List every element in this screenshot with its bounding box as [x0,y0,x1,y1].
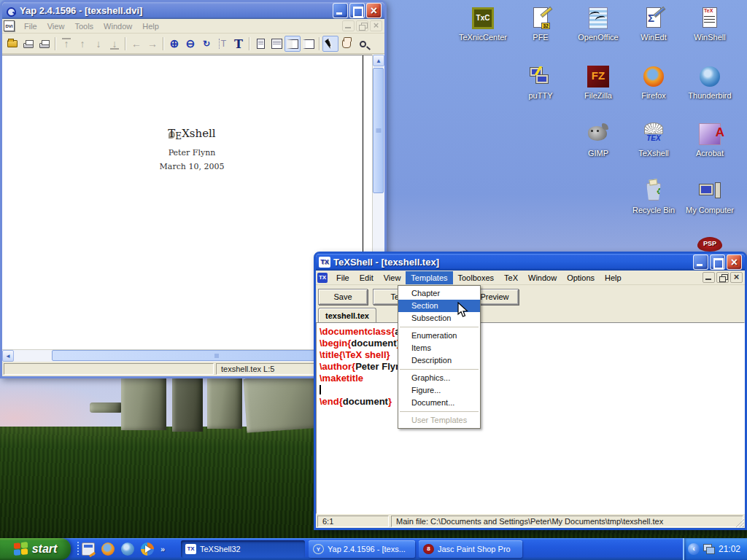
yap-toolbar-open-button[interactable] [4,36,20,52]
yap-toolbar-zoom-in-button[interactable]: ⊕ [166,36,182,52]
yap-toolbar-zoom-out-button[interactable]: ⊖ [182,36,198,52]
texshell-menu-help[interactable]: Help [600,271,627,284]
menu-item-description[interactable]: Description [398,354,480,367]
yap-toolbar-select-tool-button[interactable] [322,36,338,52]
save-button[interactable]: Save [318,289,368,305]
desktop-icon-mycomputer[interactable]: My Computer [682,179,738,214]
network-icon[interactable] [703,544,715,554]
yap-toolbar-continuous-button[interactable] [285,36,301,52]
yap-maximize-button[interactable] [349,3,365,18]
yap-menu-tools[interactable]: Tools [69,20,98,33]
yap-toolbar-ruler-button[interactable]: T [214,36,231,52]
desktop-icon-winshell[interactable]: TeXWinShell [682,6,738,42]
texshell-menu-templates[interactable]: Templates [406,271,452,284]
hide-icons-button[interactable]: ‹ [688,543,700,555]
texshell-mdi-restore-button[interactable] [716,272,729,283]
vertical-scroll-thumb[interactable] [373,68,384,193]
menu-item-chapter[interactable]: Chapter [398,287,480,300]
desktop-icon-filezilla[interactable]: FZFileZilla [570,64,626,100]
yap-toolbar-refresh-button[interactable]: ↻ [198,36,214,52]
yap-toolbar-back-button[interactable]: ← [128,36,144,52]
menu-item-enumeration[interactable]: Enumeration [398,330,480,342]
scroll-up-button[interactable]: ▲ [373,55,384,66]
texshell-close-button[interactable] [727,254,742,270]
tab-texshell-tex[interactable]: texshell.tex [318,308,376,323]
yap-toolbar-forward-button[interactable]: → [144,36,160,52]
paint-shop-pro-icon[interactable]: PSP [697,237,722,252]
yap-toolbar-magnify-tool-button[interactable] [355,36,371,52]
yap-toolbar-first-page-button[interactable]: ↑ [58,36,74,52]
menu-item-graphics[interactable]: Graphics... [398,372,480,384]
yap-mdi-minimize-button[interactable] [342,20,355,31]
resize-grip[interactable] [735,518,744,527]
menu-item-figure[interactable]: Figure... [398,384,480,397]
editor-line[interactable]: \documentclass{article} [320,326,744,338]
yap-toolbar-continuous-double-button[interactable] [301,36,317,52]
yap-toolbar-pan-tool-button[interactable] [338,36,355,52]
yap-menu-file[interactable]: File [19,20,42,33]
yap-menu-help[interactable]: Help [137,20,164,33]
texshell-menu-file[interactable]: File [331,271,355,284]
taskbar-button-psp[interactable]: 8Jasc Paint Shop Pro [419,540,522,558]
yap-toolbar-next-page-button[interactable]: ↓ [90,36,107,52]
texshell-mdi-minimize-button[interactable] [703,272,715,283]
taskbar-button-yap[interactable]: YYap 2.4.1596 - [texs... [309,540,415,558]
desktop-icon-openoffice[interactable]: OpenOffice [570,6,626,42]
desktop-icon-winedt[interactable]: ΣWinEdt [626,6,681,42]
yap-close-button[interactable] [366,3,382,18]
quick-launch-thunderbird-icon[interactable] [121,542,134,556]
texshell-menu-edit[interactable]: Edit [355,271,379,284]
taskbar-button-txs[interactable]: TXTeXShell32 [181,540,305,558]
editor-line[interactable]: \maketitle [320,373,744,384]
texshell-mdi-close-button[interactable] [730,272,743,283]
editor-line[interactable] [320,384,744,396]
menu-separator [400,327,479,327]
texshell-menu-tex[interactable]: TeX [499,271,523,284]
editor-line[interactable]: \end{document} [320,396,744,408]
yap-menu-window[interactable]: Window [98,20,137,33]
quick-launch-firefox-icon[interactable] [101,542,115,556]
task-button-label: TeXShell32 [200,545,241,553]
yap-toolbar-last-page-button[interactable]: ↓ [107,36,123,52]
editor-line[interactable]: \author{Peter Flynn} [320,361,744,373]
texshell-menu-options[interactable]: Options [562,271,600,284]
menu-item-items[interactable]: Items [398,342,480,354]
texshell-minimize-button[interactable] [693,254,708,270]
texshell-menu-view[interactable]: View [379,271,406,284]
editor-area[interactable]: \documentclass{article}\begin{document}\… [316,322,745,514]
texshell-maximize-button[interactable] [710,254,725,270]
editor-line[interactable]: \title{\TeX shell} [320,349,744,361]
quick-launch-overflow-chevron[interactable]: » [160,545,165,553]
menu-item-document[interactable]: Document... [398,397,480,409]
desktop-icon-acrobat[interactable]: Acrobat [682,122,738,158]
desktop-icon-gimp[interactable]: GIMP [570,122,626,158]
texshell-menu-toolboxes[interactable]: Toolboxes [453,271,500,284]
start-button[interactable]: start [0,538,71,560]
texshell-menu-window[interactable]: Window [523,271,562,284]
desktop-icon-recyclebin[interactable]: Recycle Bin [626,179,681,214]
desktop-icon-thunderbird[interactable]: Thunderbird [682,64,738,100]
yap-toolbar-text-mode-button[interactable]: T [231,36,247,52]
desktop-icon-firefox[interactable]: Firefox [626,64,681,100]
editor-line[interactable]: \begin{document} [320,338,744,349]
texshell-titlebar[interactable]: TX TeXShell - [texshell.tex] [316,254,745,271]
quick-launch-media-player-icon[interactable] [141,542,154,556]
yap-titlebar[interactable]: Yap 2.4.1596 - [texshell.dvi] [2,2,384,19]
yap-toolbar-print-setup-button[interactable] [36,36,53,52]
scroll-left-button[interactable]: ◄ [2,350,14,362]
txs-task-icon: TX [185,544,196,554]
desktop-icon-label: puTTY [513,91,568,100]
yap-toolbar-single-page-button[interactable] [252,36,268,52]
yap-mdi-close-button[interactable] [370,20,382,31]
yap-toolbar-double-page-button[interactable] [268,36,285,52]
yap-toolbar-prev-page-button[interactable]: ↑ [74,36,90,52]
desktop-icon-texniccenter[interactable]: TxCTeXnicCenter [455,6,511,42]
yap-minimize-button[interactable] [333,3,348,18]
desktop-icon-pfe[interactable]: 32PFE [513,6,568,42]
yap-toolbar-print-button[interactable] [20,36,36,52]
desktop-icon-putty[interactable]: puTTY [513,64,568,100]
quick-launch-show-desktop-icon[interactable] [82,542,95,556]
desktop-icon-texshell[interactable]: TEXTeXshell [626,122,681,158]
yap-mdi-restore-button[interactable] [356,20,368,31]
yap-menu-view[interactable]: View [42,20,70,33]
